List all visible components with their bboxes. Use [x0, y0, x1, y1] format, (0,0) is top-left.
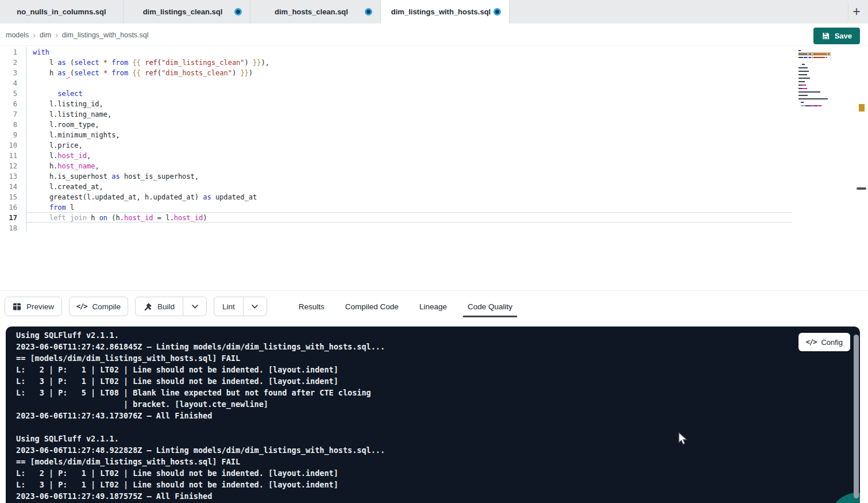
- lint-button[interactable]: Lint: [214, 297, 244, 316]
- line-number: 3: [0, 68, 17, 78]
- code-token: h.is_superhost: [33, 172, 111, 181]
- code-token: updated_at: [211, 193, 257, 201]
- lint-terminal-panel: Using SQLFluff v2.1.1. 2023-06-06T11:27:…: [6, 327, 860, 503]
- minimap-token: [798, 95, 808, 97]
- code-line[interactable]: l.price,: [33, 140, 269, 151]
- sql-editor[interactable]: 123456789101112131415161718 with l as (s…: [0, 46, 868, 290]
- build-dropdown-button[interactable]: [183, 297, 206, 316]
- code-line[interactable]: l.listing_id,: [33, 99, 269, 109]
- code-line[interactable]: l.host_id,: [33, 151, 269, 161]
- code-token: l.created_at,: [33, 183, 103, 191]
- code-token: host_name: [57, 162, 95, 170]
- compile-button[interactable]: </> Compile: [69, 297, 128, 316]
- lint-warning-marker[interactable]: [859, 104, 865, 112]
- line-number: 4: [0, 78, 17, 89]
- code-token: h.: [33, 162, 57, 170]
- code-token: ): [245, 59, 249, 67]
- code-line[interactable]: h.host_name,: [33, 161, 269, 171]
- code-line[interactable]: l.created_at,: [33, 182, 269, 192]
- line-number: 9: [0, 130, 17, 140]
- code-token: [249, 59, 253, 67]
- action-toolbar: Preview </> Compile Build Lint ResultsCo…: [0, 290, 868, 322]
- code-token: host_id: [124, 214, 153, 222]
- code-line[interactable]: l as (select * from {{ ref("dim_listings…: [33, 57, 269, 68]
- editor-minimap[interactable]: [798, 49, 831, 111]
- file-tab[interactable]: no_nulls_in_columns.sql: [0, 0, 124, 24]
- minimap-token: [805, 85, 806, 86]
- chevron-down-icon: [252, 305, 258, 309]
- build-button[interactable]: Build: [136, 297, 183, 316]
- new-tab-button[interactable]: +: [848, 0, 865, 24]
- code-line[interactable]: l.room_type,: [33, 120, 269, 130]
- hammer-icon: [144, 302, 152, 311]
- minimap-token: [802, 85, 806, 86]
- floppy-disk-icon: [821, 32, 830, 40]
- minimap-token: [821, 105, 821, 107]
- code-token: as: [111, 172, 119, 181]
- code-line[interactable]: select: [33, 89, 269, 99]
- code-line[interactable]: h.is_superhost as host_is_superhost,: [33, 171, 269, 182]
- code-content[interactable]: with l as (select * from {{ ref("dim_lis…: [33, 47, 269, 233]
- code-token: l.price,: [33, 141, 83, 149]
- panel-tab-code-quality[interactable]: Code Quality: [466, 291, 514, 322]
- code-token: [33, 203, 49, 212]
- file-tab[interactable]: dim_hosts_clean.sql: [250, 0, 381, 24]
- code-token: ): [203, 214, 207, 222]
- code-line[interactable]: [33, 223, 269, 233]
- code-token: "dim_listings_clean": [161, 59, 245, 67]
- code-line[interactable]: l.listing_name,: [33, 109, 269, 120]
- line-number: 1: [0, 47, 17, 57]
- code-line[interactable]: left join h on (h.host_id = l.host_id): [33, 213, 269, 223]
- code-line[interactable]: greatest(l.updated_at, h.updated_at) as …: [33, 192, 269, 202]
- code-line[interactable]: from l: [33, 202, 269, 213]
- code-token: select: [74, 69, 99, 77]
- line-number: 18: [0, 223, 17, 233]
- minimap-token: [817, 105, 821, 107]
- result-panel-tabs: ResultsCompiled CodeLineageCode Quality: [298, 291, 514, 322]
- breadcrumb-item[interactable]: models: [6, 31, 29, 39]
- code-brackets-icon: </>: [76, 302, 87, 310]
- code-token: as: [57, 59, 65, 67]
- terminal-scrollbar-thumb[interactable]: [854, 335, 859, 498]
- code-line[interactable]: l.minimum_nights,: [33, 130, 269, 140]
- line-number: 13: [0, 171, 17, 182]
- save-button-label: Save: [835, 32, 852, 40]
- file-header-bar: models›dim›dim_listings_with_hosts.sql S…: [0, 24, 868, 46]
- code-token: ref: [145, 69, 157, 77]
- minimap-token: [798, 71, 809, 72]
- code-token: left join: [49, 214, 87, 222]
- breadcrumb-item[interactable]: dim: [40, 31, 51, 39]
- code-token: {{: [132, 69, 140, 77]
- tab-strip: no_nulls_in_columns.sqldim_listings_clea…: [0, 0, 510, 24]
- save-button[interactable]: Save: [813, 28, 860, 44]
- code-token: {{: [132, 59, 140, 67]
- panel-tab-compiled-code[interactable]: Compiled Code: [344, 291, 400, 322]
- code-line[interactable]: with: [33, 47, 269, 57]
- editor-scrollbar-marker[interactable]: [857, 187, 866, 190]
- file-tab[interactable]: dim_listings_with_hosts.sql: [381, 0, 510, 24]
- minimap-token: [802, 88, 807, 90]
- code-line[interactable]: h as (select * from {{ ref("dim_hosts_cl…: [33, 68, 269, 78]
- breadcrumb-separator-icon: ›: [33, 30, 36, 40]
- config-label: Config: [821, 338, 843, 347]
- table-grid-icon: [13, 302, 21, 311]
- minimap-token: [828, 53, 830, 55]
- panel-tab-results[interactable]: Results: [298, 291, 326, 322]
- file-tab-bar: no_nulls_in_columns.sqldim_listings_clea…: [0, 0, 868, 24]
- config-button[interactable]: </> Config: [798, 333, 850, 351]
- minimap-line: [798, 107, 831, 111]
- code-token: ,: [95, 162, 99, 170]
- code-token: "dim_hosts_clean": [161, 69, 232, 77]
- code-line[interactable]: [33, 78, 269, 89]
- breadcrumb-item[interactable]: dim_listings_with_hosts.sql: [62, 31, 149, 39]
- preview-button[interactable]: Preview: [5, 297, 62, 316]
- minimap-token: [811, 105, 815, 107]
- file-tab[interactable]: dim_listings_clean.sql: [124, 0, 250, 24]
- code-token: *: [103, 59, 107, 67]
- line-number: 12: [0, 161, 17, 171]
- lint-dropdown-button[interactable]: [244, 297, 267, 316]
- preview-label: Preview: [26, 302, 54, 311]
- chevron-down-icon: [192, 305, 198, 309]
- panel-tab-lineage[interactable]: Lineage: [418, 291, 448, 322]
- code-token: from: [111, 59, 128, 67]
